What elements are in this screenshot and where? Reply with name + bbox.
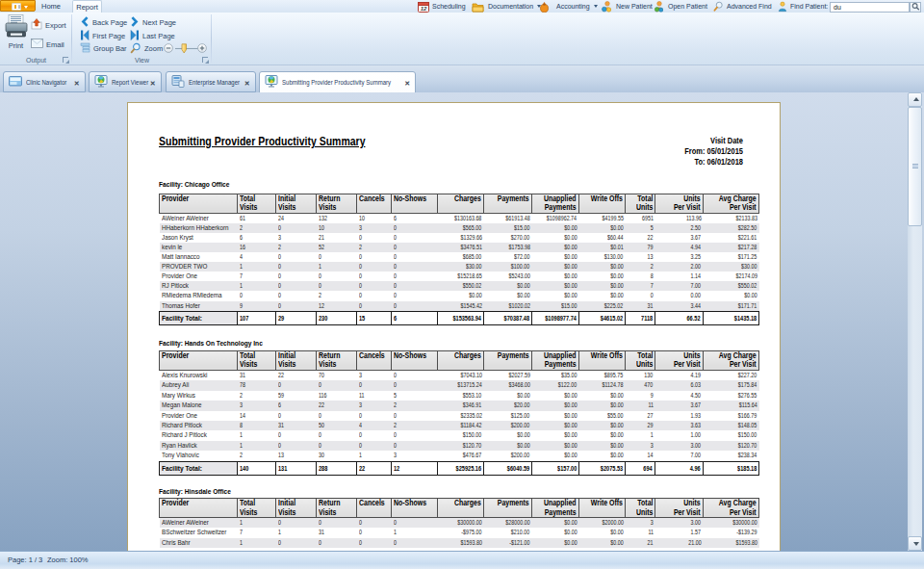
svg-text:12: 12 <box>421 6 427 12</box>
